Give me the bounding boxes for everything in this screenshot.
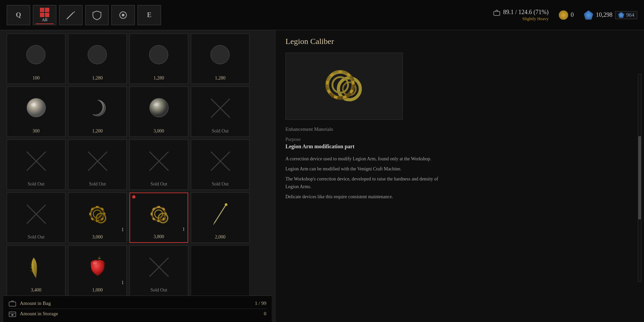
item-icon-area <box>130 140 188 181</box>
shop-grid-area: 100 1,280 1,280 <box>0 30 275 322</box>
item-icon <box>25 44 47 66</box>
grid-item-3-1[interactable]: 1 <box>68 193 127 243</box>
tab-q[interactable]: Q <box>7 5 30 25</box>
apple-icon <box>88 255 108 278</box>
gear-ring-icon <box>85 201 110 226</box>
tab-weapons[interactable] <box>59 5 83 25</box>
detail-desc-2: The Workshop's correction device, develo… <box>285 175 446 191</box>
svg-rect-16 <box>96 206 99 208</box>
svg-point-8 <box>149 45 168 64</box>
grid-item-1-1[interactable]: 1,200 <box>68 87 127 137</box>
item-icon-area <box>7 246 65 287</box>
item-icon-area <box>7 34 65 75</box>
gold-coin-icon <box>559 10 568 20</box>
stats-area: 89.1 / 124.6 (71%) Slightly Heavy 0 10,2… <box>493 9 637 21</box>
sold-out-label: Sold Out <box>89 181 106 187</box>
storage-icon-area: Amount in Storage <box>9 311 58 317</box>
sold-out-x-icon <box>207 94 234 121</box>
item-icon <box>209 44 231 66</box>
item-price: 3,400 <box>31 287 42 293</box>
sold-out-label: Sold Out <box>212 181 228 187</box>
grid-item-4-0[interactable]: 3,400 <box>7 246 65 296</box>
item-icon <box>148 44 170 66</box>
feather-icon <box>27 254 45 279</box>
weight-area: 89.1 / 124.6 (71%) Slightly Heavy <box>493 9 548 21</box>
grid-item-2-2[interactable]: Sold Out <box>129 140 188 190</box>
svg-line-2 <box>67 17 69 18</box>
svg-point-9 <box>211 45 229 64</box>
item-quantity: 1 <box>121 280 124 285</box>
item-icon-area <box>68 246 126 287</box>
detail-purpose-value: Legion Arm modification part <box>285 144 634 150</box>
item-icon-area <box>130 87 188 128</box>
svg-rect-47 <box>9 302 16 306</box>
item-price: 1,000 <box>92 287 103 293</box>
tab-all[interactable]: All <box>33 5 56 25</box>
grid-item-1-3[interactable]: Sold Out <box>191 87 250 137</box>
grid-item-1-2[interactable]: 3,000 <box>129 87 188 137</box>
detail-description: A correction device used to modify Legio… <box>285 155 446 201</box>
item-icon-area <box>68 34 126 75</box>
item-price: 1,280 <box>92 75 103 81</box>
detail-category: Enhancement Materials <box>285 126 634 132</box>
tab-all-label: All <box>42 17 48 22</box>
grid-item-4-1[interactable]: 1 <box>68 246 127 296</box>
svg-rect-5 <box>494 11 500 15</box>
item-icon-area <box>68 140 126 181</box>
grid-item-2-1[interactable]: Sold Out <box>68 140 127 190</box>
shield-icon <box>92 10 102 20</box>
grid-item-3-3[interactable]: 2,000 <box>191 193 250 243</box>
detail-desc-1: Legion Arm can be modified with the Veni… <box>285 165 446 173</box>
currency-gem: 10,298 964 <box>584 10 638 20</box>
needle-icon <box>211 201 229 226</box>
svg-rect-55 <box>338 70 342 73</box>
weapon-icon <box>65 10 76 20</box>
svg-rect-50 <box>11 314 13 316</box>
item-price: 100 <box>33 75 40 81</box>
grid-item-0-2[interactable]: 1,280 <box>129 34 188 84</box>
item-grid: 100 1,280 1,280 <box>7 34 272 296</box>
items-icon <box>118 10 128 20</box>
item-icon-area <box>68 87 126 128</box>
main-content: 100 1,280 1,280 <box>0 30 644 322</box>
item-quantity: 1 <box>182 227 185 232</box>
weight-value: 89.1 / 124.6 (71%) <box>503 9 548 16</box>
sold-out-x-icon <box>146 253 172 280</box>
grid-item-0-0[interactable]: 100 <box>7 34 65 84</box>
grid-item-3-0[interactable]: Sold Out <box>7 193 65 243</box>
grid-item-0-3[interactable]: 1,280 <box>191 34 250 84</box>
sold-out-x-icon <box>207 147 234 174</box>
grid-item-2-0[interactable]: Sold Out <box>7 140 65 190</box>
storage-icon <box>9 311 16 317</box>
item-icon-area <box>68 193 126 234</box>
tab-shields[interactable] <box>85 5 109 25</box>
item-price: 300 <box>33 128 40 134</box>
grid-item-0-1[interactable]: 1,280 <box>68 34 127 84</box>
tab-items[interactable] <box>111 5 135 25</box>
item-price: 1,200 <box>92 128 103 134</box>
svg-rect-28 <box>157 206 160 208</box>
item-icon-area <box>191 34 249 75</box>
gem-sub-icon <box>618 12 624 18</box>
bag-value: 1 / 99 <box>255 301 266 307</box>
grid-item-2-3[interactable]: Sold Out <box>191 140 250 190</box>
grid-item-4-2[interactable]: Sold Out <box>129 246 188 296</box>
svg-point-12 <box>150 98 168 117</box>
item-icon-area <box>130 246 188 287</box>
svg-rect-22 <box>89 213 91 215</box>
grid-item-4-3 <box>191 246 250 296</box>
item-price: 1,280 <box>154 75 164 81</box>
tab-e[interactable]: E <box>138 5 161 25</box>
grid-item-1-0[interactable]: 300 <box>7 87 65 137</box>
detail-desc-3: Delicate devices like this require consi… <box>285 193 446 201</box>
item-price: 2,000 <box>215 234 226 240</box>
weight-icon <box>493 9 500 16</box>
sold-out-label: Sold Out <box>150 287 167 293</box>
sold-out-label: Sold Out <box>28 234 44 240</box>
item-price: 3,000 <box>92 234 103 240</box>
gem-icon <box>584 10 593 20</box>
svg-point-6 <box>26 45 45 64</box>
sold-out-x-icon <box>23 147 50 174</box>
grid-item-3-2[interactable]: 1 <box>129 193 188 243</box>
sold-out-label: Sold Out <box>28 181 44 187</box>
